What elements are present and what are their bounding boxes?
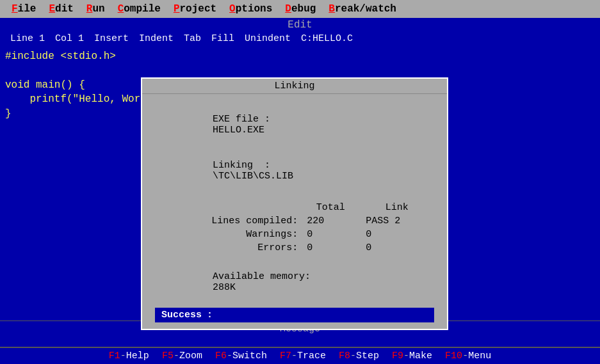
exe-label: EXE file : (213, 114, 270, 125)
col-link-header: Link (361, 202, 433, 214)
menu-project[interactable]: Project (167, 2, 223, 16)
file-status: C:HELLO.C (301, 33, 353, 44)
avail-value: 288K (213, 282, 236, 293)
fill-status: Fill (211, 33, 234, 44)
fkey-f7[interactable]: F7-Trace (280, 351, 326, 361)
table-row: Warnings: 0 0 (156, 228, 433, 241)
menu-options[interactable]: Options (223, 2, 279, 16)
errors-link: 0 (361, 242, 433, 254)
menu-compile[interactable]: Compile (111, 2, 167, 16)
exe-value: HELLO.EXE (213, 125, 264, 136)
errors-total: 0 (302, 242, 359, 254)
col-status: Col 1 (55, 33, 84, 44)
edit-title: Edit (288, 19, 312, 31)
lines-total: 220 (302, 215, 359, 227)
fkey-f9[interactable]: F9-Make (392, 351, 432, 361)
fkey-f10[interactable]: F10-Menu (445, 351, 491, 361)
table-row: Errors: 0 0 (156, 242, 433, 254)
menu-debug[interactable]: Debug (279, 2, 322, 16)
edit-titlebar: Edit (0, 18, 600, 32)
col-total-header: Total (302, 202, 359, 214)
mode-status: Insert (94, 33, 129, 44)
main-area: #include <stdio.h> void main() { printf(… (0, 45, 600, 320)
linking-body: EXE file : HELLO.EXE Linking : \TC\LIB\C… (142, 94, 447, 329)
warnings-label: Warnings: (156, 228, 300, 241)
linking-value: \TC\LIB\CS.LIB (213, 171, 293, 182)
table-row: Lines compiled: 220 PASS 2 (156, 215, 433, 227)
indent-status: Indent (139, 33, 174, 44)
fkey-bar: F1-Help F5-Zoom F6-Switch F7-Trace F8-St… (0, 347, 600, 364)
success-label: Success (161, 310, 202, 320)
success-bar: Success : (155, 308, 434, 322)
tab-status: Tab (184, 33, 201, 44)
unindent-status: Unindent (245, 33, 291, 44)
status-bar: Line 1 Col 1 Insert Indent Tab Fill Unin… (0, 32, 600, 45)
exe-row: EXE file : HELLO.EXE (155, 103, 434, 146)
fkey-f1[interactable]: F1-Help (109, 351, 149, 361)
avail-memory-row: Available memory: 288K (155, 260, 434, 304)
linking-row: Linking : \TC\LIB\CS.LIB (155, 149, 434, 193)
avail-label: Available memory: (213, 271, 311, 282)
spacer (0, 337, 600, 347)
menu-bar: File Edit Run Compile Project Options De… (0, 0, 600, 18)
fkey-f8[interactable]: F8-Step (339, 351, 379, 361)
success-colon: : (207, 310, 213, 320)
code-line-2 (5, 63, 595, 77)
menu-edit[interactable]: Edit (42, 2, 79, 16)
fkey-f5[interactable]: F5-Zoom (162, 351, 202, 361)
warnings-link: 0 (361, 228, 433, 241)
menu-file[interactable]: File (5, 2, 42, 16)
fkey-f6[interactable]: F6-Switch (215, 351, 267, 361)
stats-table: Total Link Lines compiled: 220 PASS 2 Wa… (155, 200, 434, 255)
menu-run[interactable]: Run (80, 2, 111, 16)
menu-breakwatch[interactable]: Break/watch (322, 2, 403, 16)
warnings-total: 0 (302, 228, 359, 241)
lines-link: PASS 2 (361, 215, 433, 227)
linking-dialog: Linking EXE file : HELLO.EXE Linking : \… (141, 77, 448, 330)
lines-label: Lines compiled: (156, 215, 300, 227)
errors-label: Errors: (156, 242, 300, 254)
linking-title: Linking (274, 81, 314, 91)
code-line-1: #include <stdio.h> (5, 49, 595, 63)
line-status: Line 1 (10, 33, 45, 44)
linking-label: Linking : (213, 160, 270, 171)
linking-titlebar: Linking (142, 79, 447, 94)
